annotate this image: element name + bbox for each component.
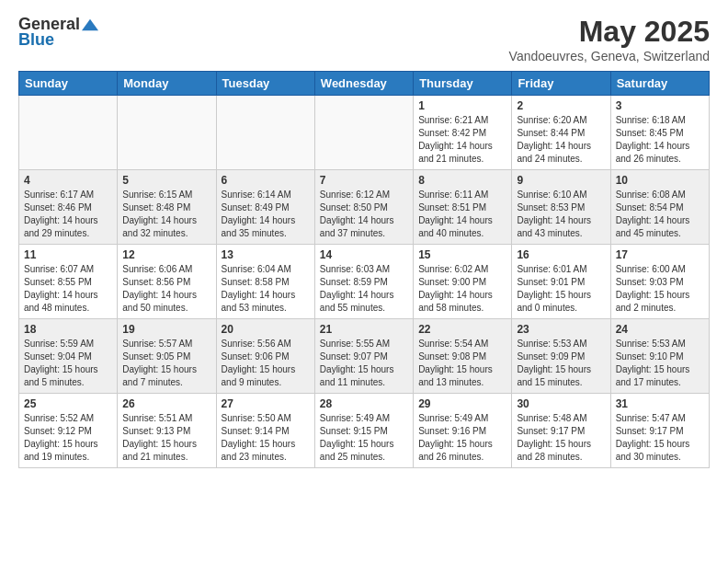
calendar-day-header: Tuesday: [216, 72, 314, 96]
calendar-cell: 2Sunrise: 6:20 AM Sunset: 8:44 PM Daylig…: [512, 96, 610, 170]
calendar-cell: 6Sunrise: 6:14 AM Sunset: 8:49 PM Daylig…: [216, 170, 314, 245]
day-info: Sunrise: 6:17 AM Sunset: 8:46 PM Dayligh…: [24, 189, 112, 240]
day-info: Sunrise: 5:48 AM Sunset: 9:17 PM Dayligh…: [517, 412, 605, 464]
day-number: 20: [222, 323, 310, 336]
day-number: 14: [320, 248, 408, 261]
calendar-cell: 21Sunrise: 5:55 AM Sunset: 9:07 PM Dayli…: [314, 319, 413, 394]
calendar: SundayMondayTuesdayWednesdayThursdayFrid…: [18, 71, 710, 468]
day-info: Sunrise: 6:21 AM Sunset: 8:42 PM Dayligh…: [418, 114, 506, 166]
day-info: Sunrise: 6:11 AM Sunset: 8:51 PM Dayligh…: [418, 189, 506, 240]
logo-icon: [82, 18, 98, 31]
svg-marker-0: [82, 18, 98, 30]
calendar-cell: 13Sunrise: 6:04 AM Sunset: 8:58 PM Dayli…: [216, 245, 314, 319]
logo-blue: Blue: [18, 30, 54, 50]
calendar-cell: 29Sunrise: 5:49 AM Sunset: 9:16 PM Dayli…: [414, 394, 512, 468]
calendar-cell: [19, 96, 118, 170]
day-info: Sunrise: 6:02 AM Sunset: 9:00 PM Dayligh…: [418, 263, 506, 315]
day-number: 12: [122, 248, 210, 261]
day-number: 11: [24, 248, 112, 261]
day-number: 18: [24, 323, 112, 336]
page: General Blue May 2025 Vandoeuvres, Genev…: [0, 0, 728, 483]
month-year: May 2025: [509, 15, 710, 49]
day-info: Sunrise: 5:49 AM Sunset: 9:16 PM Dayligh…: [418, 412, 506, 464]
day-number: 23: [517, 323, 605, 336]
calendar-cell: 11Sunrise: 6:07 AM Sunset: 8:55 PM Dayli…: [19, 245, 118, 319]
day-info: Sunrise: 5:54 AM Sunset: 9:08 PM Dayligh…: [418, 338, 506, 389]
day-number: 26: [122, 397, 210, 410]
calendar-cell: 7Sunrise: 6:12 AM Sunset: 8:50 PM Daylig…: [314, 170, 413, 245]
calendar-day-header: Saturday: [610, 72, 709, 96]
calendar-cell: 14Sunrise: 6:03 AM Sunset: 8:59 PM Dayli…: [314, 245, 413, 319]
calendar-cell: 22Sunrise: 5:54 AM Sunset: 9:08 PM Dayli…: [414, 319, 512, 394]
day-number: 25: [24, 397, 112, 410]
title-block: May 2025 Vandoeuvres, Geneva, Switzerlan…: [509, 15, 710, 63]
day-number: 30: [517, 397, 605, 410]
day-number: 17: [616, 248, 704, 261]
calendar-cell: 15Sunrise: 6:02 AM Sunset: 9:00 PM Dayli…: [414, 245, 512, 319]
calendar-cell: 5Sunrise: 6:15 AM Sunset: 8:48 PM Daylig…: [118, 170, 216, 245]
day-info: Sunrise: 5:52 AM Sunset: 9:12 PM Dayligh…: [24, 412, 112, 464]
day-number: 1: [418, 99, 506, 112]
day-info: Sunrise: 5:53 AM Sunset: 9:09 PM Dayligh…: [517, 338, 605, 389]
day-info: Sunrise: 6:04 AM Sunset: 8:58 PM Dayligh…: [222, 263, 310, 315]
calendar-cell: 28Sunrise: 5:49 AM Sunset: 9:15 PM Dayli…: [314, 394, 413, 468]
day-number: 16: [517, 248, 605, 261]
day-info: Sunrise: 6:07 AM Sunset: 8:55 PM Dayligh…: [24, 263, 112, 315]
day-number: 13: [222, 248, 310, 261]
calendar-cell: 3Sunrise: 6:18 AM Sunset: 8:45 PM Daylig…: [610, 96, 709, 170]
calendar-cell: 31Sunrise: 5:47 AM Sunset: 9:17 PM Dayli…: [610, 394, 709, 468]
calendar-cell: 20Sunrise: 5:56 AM Sunset: 9:06 PM Dayli…: [216, 319, 314, 394]
calendar-cell: 18Sunrise: 5:59 AM Sunset: 9:04 PM Dayli…: [19, 319, 118, 394]
day-info: Sunrise: 6:01 AM Sunset: 9:01 PM Dayligh…: [517, 263, 605, 315]
calendar-cell: 25Sunrise: 5:52 AM Sunset: 9:12 PM Dayli…: [19, 394, 118, 468]
day-number: 24: [616, 323, 704, 336]
calendar-cell: 4Sunrise: 6:17 AM Sunset: 8:46 PM Daylig…: [19, 170, 118, 245]
calendar-day-header: Sunday: [19, 72, 118, 96]
header: General Blue May 2025 Vandoeuvres, Genev…: [18, 15, 710, 63]
calendar-cell: 26Sunrise: 5:51 AM Sunset: 9:13 PM Dayli…: [118, 394, 216, 468]
calendar-day-header: Friday: [512, 72, 610, 96]
day-info: Sunrise: 6:20 AM Sunset: 8:44 PM Dayligh…: [517, 114, 605, 166]
calendar-cell: 10Sunrise: 6:08 AM Sunset: 8:54 PM Dayli…: [610, 170, 709, 245]
day-number: 21: [320, 323, 408, 336]
calendar-header-row: SundayMondayTuesdayWednesdayThursdayFrid…: [19, 72, 710, 96]
day-number: 4: [24, 174, 112, 187]
calendar-cell: 27Sunrise: 5:50 AM Sunset: 9:14 PM Dayli…: [216, 394, 314, 468]
calendar-cell: 23Sunrise: 5:53 AM Sunset: 9:09 PM Dayli…: [512, 319, 610, 394]
day-number: 28: [320, 397, 408, 410]
location: Vandoeuvres, Geneva, Switzerland: [509, 49, 710, 63]
calendar-cell: 24Sunrise: 5:53 AM Sunset: 9:10 PM Dayli…: [610, 319, 709, 394]
day-info: Sunrise: 5:55 AM Sunset: 9:07 PM Dayligh…: [320, 338, 408, 389]
day-number: 3: [616, 99, 704, 112]
day-info: Sunrise: 5:50 AM Sunset: 9:14 PM Dayligh…: [222, 412, 310, 464]
day-number: 7: [320, 174, 408, 187]
day-info: Sunrise: 5:57 AM Sunset: 9:05 PM Dayligh…: [122, 338, 210, 389]
day-number: 9: [517, 174, 605, 187]
day-info: Sunrise: 6:03 AM Sunset: 8:59 PM Dayligh…: [320, 263, 408, 315]
calendar-week-row: 18Sunrise: 5:59 AM Sunset: 9:04 PM Dayli…: [19, 319, 710, 394]
day-info: Sunrise: 6:18 AM Sunset: 8:45 PM Dayligh…: [616, 114, 704, 166]
calendar-day-header: Wednesday: [314, 72, 413, 96]
day-info: Sunrise: 5:49 AM Sunset: 9:15 PM Dayligh…: [320, 412, 408, 464]
calendar-cell: 19Sunrise: 5:57 AM Sunset: 9:05 PM Dayli…: [118, 319, 216, 394]
day-info: Sunrise: 6:00 AM Sunset: 9:03 PM Dayligh…: [616, 263, 704, 315]
calendar-cell: 1Sunrise: 6:21 AM Sunset: 8:42 PM Daylig…: [414, 96, 512, 170]
calendar-cell: [118, 96, 216, 170]
day-number: 5: [122, 174, 210, 187]
day-info: Sunrise: 6:15 AM Sunset: 8:48 PM Dayligh…: [122, 189, 210, 240]
day-number: 19: [122, 323, 210, 336]
calendar-cell: [216, 96, 314, 170]
calendar-day-header: Thursday: [414, 72, 512, 96]
calendar-week-row: 1Sunrise: 6:21 AM Sunset: 8:42 PM Daylig…: [19, 96, 710, 170]
day-number: 22: [418, 323, 506, 336]
day-info: Sunrise: 5:53 AM Sunset: 9:10 PM Dayligh…: [616, 338, 704, 389]
calendar-cell: 8Sunrise: 6:11 AM Sunset: 8:51 PM Daylig…: [414, 170, 512, 245]
day-number: 27: [222, 397, 310, 410]
day-number: 8: [418, 174, 506, 187]
calendar-cell: 12Sunrise: 6:06 AM Sunset: 8:56 PM Dayli…: [118, 245, 216, 319]
calendar-cell: 16Sunrise: 6:01 AM Sunset: 9:01 PM Dayli…: [512, 245, 610, 319]
day-info: Sunrise: 5:51 AM Sunset: 9:13 PM Dayligh…: [122, 412, 210, 464]
day-number: 2: [517, 99, 605, 112]
calendar-day-header: Monday: [118, 72, 216, 96]
day-info: Sunrise: 6:14 AM Sunset: 8:49 PM Dayligh…: [222, 189, 310, 240]
